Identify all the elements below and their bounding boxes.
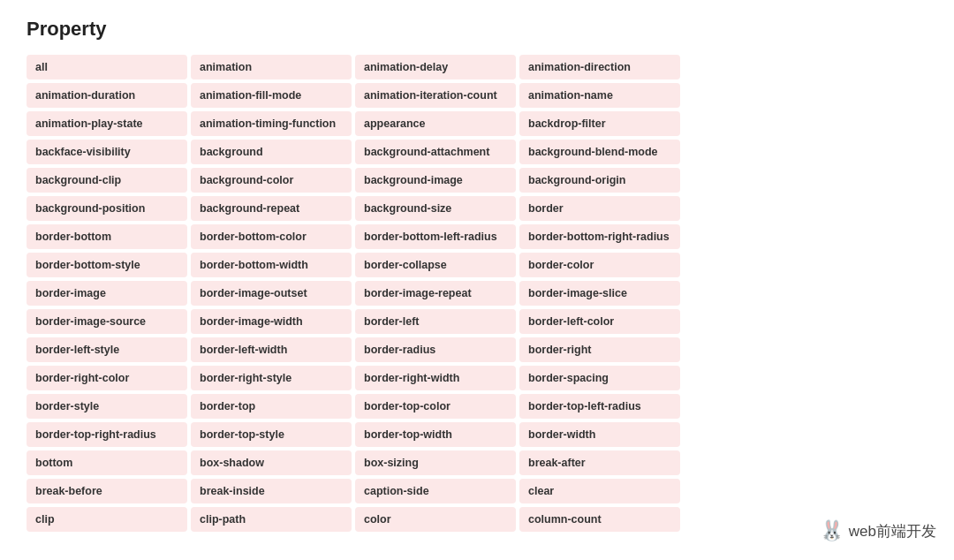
property-cell[interactable]: animation-fill-mode <box>191 83 352 108</box>
property-cell[interactable]: caption-side <box>355 479 516 503</box>
property-cell[interactable]: border-top-color <box>355 394 516 419</box>
property-cell[interactable]: border-bottom-left-radius <box>355 224 516 249</box>
property-cell[interactable]: animation-duration <box>26 83 187 108</box>
page-container: Property allanimationanimation-delayanim… <box>0 0 954 560</box>
property-cell[interactable]: border-left-width <box>191 337 352 362</box>
property-cell[interactable]: break-before <box>26 479 187 503</box>
property-cell[interactable]: border-color <box>519 253 680 277</box>
property-cell[interactable]: border-top-left-radius <box>519 394 680 419</box>
property-cell[interactable]: backdrop-filter <box>519 111 680 136</box>
property-cell[interactable]: border-top <box>191 394 352 419</box>
property-cell[interactable]: animation-delay <box>355 55 516 79</box>
property-cell[interactable]: border-width <box>519 422 680 447</box>
property-cell[interactable]: border-image-repeat <box>355 281 516 306</box>
property-cell[interactable]: background-origin <box>519 168 680 193</box>
property-cell[interactable]: color <box>355 507 516 532</box>
property-cell[interactable]: border-bottom-style <box>26 253 187 277</box>
property-cell[interactable]: background-size <box>355 196 516 221</box>
content-area: Property allanimationanimation-delayanim… <box>0 0 707 560</box>
property-cell[interactable]: background-position <box>26 196 187 221</box>
property-cell[interactable]: break-inside <box>191 479 352 503</box>
property-cell[interactable]: box-sizing <box>355 450 516 475</box>
property-cell[interactable]: border-image-outset <box>191 281 352 306</box>
property-cell[interactable]: border-collapse <box>355 253 516 277</box>
property-cell[interactable]: border <box>519 196 680 221</box>
property-cell[interactable]: border-top-right-radius <box>26 422 187 447</box>
property-cell[interactable]: clear <box>519 479 680 503</box>
property-cell[interactable]: column-count <box>519 507 680 532</box>
property-cell[interactable]: border-right-style <box>191 366 352 390</box>
property-cell[interactable]: border-bottom <box>26 224 187 249</box>
property-cell[interactable]: background-clip <box>26 168 187 193</box>
property-cell[interactable]: border-left-style <box>26 337 187 362</box>
property-grid: allanimationanimation-delayanimation-dir… <box>26 55 680 532</box>
property-cell[interactable]: border-style <box>26 394 187 419</box>
property-cell[interactable]: background-image <box>355 168 516 193</box>
property-cell[interactable]: border-image-width <box>191 309 352 334</box>
property-cell[interactable]: animation-direction <box>519 55 680 79</box>
watermark: 🐰 web前端开发 <box>820 519 936 542</box>
property-cell[interactable]: border-bottom-width <box>191 253 352 277</box>
property-cell[interactable]: animation <box>191 55 352 79</box>
property-cell[interactable]: border-left <box>355 309 516 334</box>
property-cell[interactable]: border-radius <box>355 337 516 362</box>
property-cell[interactable]: clip-path <box>191 507 352 532</box>
property-cell[interactable]: border-bottom-color <box>191 224 352 249</box>
property-cell[interactable]: border-right-width <box>355 366 516 390</box>
sidebar-right: 🐰 web前端开发 <box>707 0 954 560</box>
property-cell[interactable]: border-spacing <box>519 366 680 390</box>
property-cell[interactable]: border-top-style <box>191 422 352 447</box>
property-cell[interactable]: background-repeat <box>191 196 352 221</box>
property-cell[interactable]: break-after <box>519 450 680 475</box>
property-cell[interactable]: background-attachment <box>355 140 516 164</box>
property-cell[interactable]: all <box>26 55 187 79</box>
property-cell[interactable]: border-bottom-right-radius <box>519 224 680 249</box>
property-cell[interactable]: backface-visibility <box>26 140 187 164</box>
property-cell[interactable]: animation-play-state <box>26 111 187 136</box>
property-cell[interactable]: background-color <box>191 168 352 193</box>
property-cell[interactable]: border-left-color <box>519 309 680 334</box>
property-cell[interactable]: border-image <box>26 281 187 306</box>
property-cell[interactable]: animation-timing-function <box>191 111 352 136</box>
watermark-icon: 🐰 <box>820 519 844 542</box>
property-cell[interactable]: border-right-color <box>26 366 187 390</box>
property-cell[interactable]: border-right <box>519 337 680 362</box>
property-cell[interactable]: appearance <box>355 111 516 136</box>
property-cell[interactable]: animation-name <box>519 83 680 108</box>
property-cell[interactable]: border-top-width <box>355 422 516 447</box>
property-cell[interactable]: background <box>191 140 352 164</box>
property-cell[interactable]: border-image-slice <box>519 281 680 306</box>
property-cell[interactable]: animation-iteration-count <box>355 83 516 108</box>
property-cell[interactable]: background-blend-mode <box>519 140 680 164</box>
section-title: Property <box>26 18 680 41</box>
property-cell[interactable]: clip <box>26 507 187 532</box>
property-cell[interactable]: border-image-source <box>26 309 187 334</box>
property-cell[interactable]: box-shadow <box>191 450 352 475</box>
property-cell[interactable]: bottom <box>26 450 187 475</box>
watermark-text: web前端开发 <box>849 521 936 541</box>
